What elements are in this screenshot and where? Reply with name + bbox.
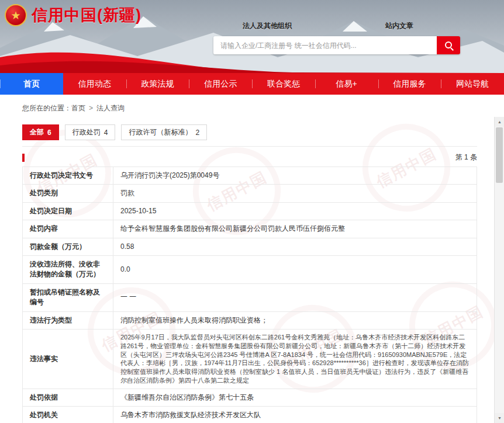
nav-item-label: 联合奖惩 bbox=[267, 79, 300, 89]
search-icon bbox=[444, 41, 453, 50]
nav-item-label: 政策法规 bbox=[141, 79, 174, 89]
breadcrumb-prefix: 您所在的位置： bbox=[22, 104, 71, 112]
nav-item-5[interactable]: 联合奖惩 bbox=[252, 73, 315, 95]
table-row: 处罚决定日期 2025-10-15 bbox=[23, 202, 477, 220]
nav-item-1[interactable]: 首页 bbox=[0, 73, 63, 95]
row-value: 给予金科智慧服务集团股份有限公司新疆分公司罚款人民币伍仟捌佰元整 bbox=[113, 220, 477, 238]
tab-count-badge: 4 bbox=[104, 129, 108, 137]
row-label: 处罚内容 bbox=[23, 220, 113, 238]
site-title: 信用中国(新疆) bbox=[32, 5, 141, 26]
tab-label: 行政许可（新标准） bbox=[129, 127, 192, 137]
nav-item-label: 信用公示 bbox=[204, 79, 237, 89]
row-label: 行政处罚决定书文号 bbox=[23, 167, 113, 185]
breadcrumb: 您所在的位置：首页>法人查询 bbox=[0, 95, 504, 121]
scroll-down-arrow-icon[interactable]: ▼ bbox=[495, 413, 504, 423]
table-row: 违法行为类型 消防控制室值班操作人员未取得消防职业资格； bbox=[23, 311, 477, 329]
breadcrumb-home-link[interactable]: 首页 bbox=[71, 104, 85, 112]
row-value: 0.58 bbox=[113, 238, 477, 255]
row-value: 《新疆维吾尔自治区消防条例》第七十五条 bbox=[113, 389, 477, 406]
row-label: 没收违法所得、没收非法财物的金额（万元） bbox=[23, 255, 113, 283]
row-value: 乌开消行罚决字(2025)第0049号 bbox=[113, 167, 477, 185]
tab-count-badge: 2 bbox=[195, 129, 199, 137]
row-value: 2025年9月17日，我大队监督员对头屯河区科创东二路261号金科文秀雅苑（地址… bbox=[113, 329, 477, 389]
vertical-scrollbar[interactable]: ▲ ▼ bbox=[494, 117, 504, 423]
nav-item-2[interactable]: 信用动态 bbox=[63, 73, 126, 95]
tab-label: 全部 bbox=[30, 127, 44, 137]
row-label: 违法事实 bbox=[23, 329, 113, 389]
penalty-detail-table: 行政处罚决定书文号 乌开消行罚决字(2025)第0049号 处罚类别 罚款 处罚… bbox=[22, 167, 477, 423]
scroll-up-arrow-icon[interactable]: ▲ bbox=[495, 117, 504, 127]
result-tabs: 全部6行政处罚4行政许可（新标准）2 bbox=[22, 121, 477, 147]
link-legal-entities[interactable]: 法人及其他组织 bbox=[243, 21, 292, 31]
nav-item-6[interactable]: 信易+ bbox=[315, 73, 378, 95]
table-row: 暂扣或吊销证照名称及编号 一 一 bbox=[23, 283, 477, 311]
nav-item-label: 首页 bbox=[23, 79, 40, 89]
tab-1[interactable]: 全部6 bbox=[22, 124, 59, 140]
main-nav: 首页信用动态政策法规信用公示联合奖惩信易+信用服务网站导航 bbox=[0, 73, 504, 95]
search-bar bbox=[213, 36, 460, 54]
breadcrumb-separator: > bbox=[89, 104, 93, 112]
table-row: 没收违法所得、没收非法财物的金额（万元） 0.0 bbox=[23, 255, 477, 283]
row-label: 处罚类别 bbox=[23, 185, 113, 202]
row-value: 一 一 bbox=[113, 283, 477, 311]
results-panel: 全部6行政处罚4行政许可（新标准）2 第 1 条 行政处罚决定书文号 乌开消行罚… bbox=[22, 121, 477, 423]
search-button[interactable] bbox=[437, 36, 460, 54]
row-label: 罚款金额（万元） bbox=[23, 238, 113, 255]
row-label: 处罚依据 bbox=[23, 389, 113, 406]
breadcrumb-current: 法人查询 bbox=[96, 104, 125, 112]
row-label: 处罚决定日期 bbox=[23, 202, 113, 220]
nav-item-label: 信用动态 bbox=[78, 79, 111, 89]
scrollbar-thumb[interactable] bbox=[496, 127, 503, 183]
row-value: 0.0 bbox=[113, 255, 477, 283]
row-value: 乌鲁木齐市消防救援支队经济技术开发区大队 bbox=[113, 407, 477, 423]
row-value: 2025-10-15 bbox=[113, 202, 477, 220]
nav-item-7[interactable]: 信用服务 bbox=[378, 73, 441, 95]
nav-item-8[interactable]: 网站导航 bbox=[441, 73, 504, 95]
nav-item-label: 信用服务 bbox=[393, 79, 426, 89]
row-value: 罚款 bbox=[113, 185, 477, 202]
search-input[interactable] bbox=[213, 36, 437, 54]
national-emblem-icon: ★ bbox=[5, 4, 27, 26]
record-header: 第 1 条 bbox=[22, 152, 477, 162]
row-value: 消防控制室值班操作人员未取得消防职业资格； bbox=[113, 311, 477, 329]
link-site-articles[interactable]: 站内文章 bbox=[385, 21, 413, 31]
row-label: 暂扣或吊销证照名称及编号 bbox=[23, 283, 113, 311]
table-row: 行政处罚决定书文号 乌开消行罚决字(2025)第0049号 bbox=[23, 167, 477, 185]
table-row: 罚款金额（万元） 0.58 bbox=[23, 238, 477, 255]
table-row: 处罚内容 给予金科智慧服务集团股份有限公司新疆分公司罚款人民币伍仟捌佰元整 bbox=[23, 220, 477, 238]
row-label: 违法行为类型 bbox=[23, 311, 113, 329]
header-banner: ★ 信用中国(新疆) 法人及其他组织 站内文章 bbox=[0, 0, 504, 73]
nav-item-4[interactable]: 信用公示 bbox=[189, 73, 252, 95]
tab-3[interactable]: 行政许可（新标准）2 bbox=[121, 124, 207, 140]
table-row: 处罚依据 《新疆维吾尔自治区消防条例》第七十五条 bbox=[23, 389, 477, 406]
tab-count-badge: 6 bbox=[47, 129, 51, 137]
record-index: 第 1 条 bbox=[455, 152, 477, 162]
nav-item-3[interactable]: 政策法规 bbox=[126, 73, 189, 95]
section-marker bbox=[22, 154, 25, 162]
table-row: 处罚类别 罚款 bbox=[23, 185, 477, 202]
nav-item-label: 信易+ bbox=[336, 79, 357, 89]
tab-label: 行政处罚 bbox=[73, 127, 101, 137]
row-label: 处罚机关 bbox=[23, 407, 113, 423]
tab-2[interactable]: 行政处罚4 bbox=[65, 124, 116, 140]
site-logo[interactable]: ★ 信用中国(新疆) bbox=[5, 4, 141, 26]
nav-item-label: 网站导航 bbox=[456, 79, 489, 89]
table-row: 违法事实 2025年9月17日，我大队监督员对头屯河区科创东二路261号金科文秀… bbox=[23, 329, 477, 389]
table-row: 处罚机关 乌鲁木齐市消防救援支队经济技术开发区大队 bbox=[23, 407, 477, 423]
